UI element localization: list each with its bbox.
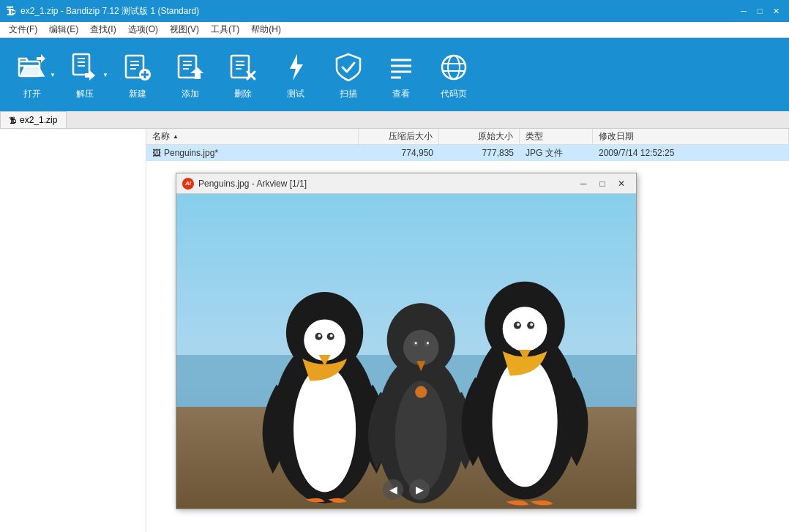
scan-button[interactable]: 扫描: [322, 42, 375, 108]
codepage-icon: [436, 50, 471, 85]
file-list-header: 名称 ▲ 压缩后大小 原始大小 类型 修改日期: [146, 129, 789, 145]
arkview-content: ◀ ▶: [176, 194, 636, 509]
app-icon: 🗜: [6, 5, 16, 17]
arkview-controls: ─ □ ✕: [575, 176, 630, 191]
delete-label: 删除: [234, 88, 252, 100]
svg-point-55: [530, 323, 533, 326]
add-label: 添加: [182, 88, 199, 100]
extract-dropdown-icon: ▼: [102, 72, 108, 78]
prev-arrow-button[interactable]: ◀: [383, 479, 403, 500]
scan-label: 扫描: [340, 88, 357, 100]
zip-icon: 🗜: [10, 116, 17, 124]
svg-point-47: [427, 342, 429, 344]
cell-type: JPG 文件: [520, 146, 593, 161]
col-date[interactable]: 修改日期: [593, 129, 789, 144]
menu-edit[interactable]: 编辑(E): [43, 22, 84, 37]
menu-find[interactable]: 查找(I): [84, 22, 121, 37]
title-controls: ─ □ ✕: [736, 4, 783, 18]
tab-area: 🗜 ex2_1.zip: [0, 111, 789, 129]
arkview-window: Ai Penguins.jpg - Arkview [1/1] ─ □ ✕: [176, 173, 637, 509]
svg-point-38: [330, 334, 333, 337]
open-dropdown-icon: ▼: [50, 72, 56, 78]
file-tab[interactable]: 🗜 ex2_1.zip: [0, 111, 67, 128]
next-arrow-button[interactable]: ▶: [409, 479, 430, 500]
jpg-icon: 🖼: [152, 148, 161, 158]
test-label: 测试: [287, 88, 304, 100]
svg-point-34: [304, 319, 345, 361]
arkview-minimize-button[interactable]: ─: [575, 176, 592, 191]
menu-view[interactable]: 视图(V): [164, 22, 205, 37]
add-icon: [173, 50, 208, 85]
new-icon: [120, 50, 155, 85]
cell-compressed: 774,950: [359, 146, 439, 160]
delete-button[interactable]: 删除: [217, 42, 269, 108]
menu-tools[interactable]: 工具(T): [205, 22, 245, 37]
title-bar: 🗜 ex2_1.zip - Bandizip 7.12 测试版 1 (Stand…: [0, 0, 789, 22]
delete-icon: [225, 50, 261, 85]
new-label: 新建: [129, 88, 146, 100]
view-icon: [384, 50, 419, 85]
title-text: ex2_1.zip - Bandizip 7.12 测试版 1 (Standar…: [20, 5, 199, 18]
menu-help[interactable]: 帮助(H): [245, 22, 287, 37]
sort-arrow-icon: ▲: [173, 133, 179, 140]
sidebar: [0, 129, 146, 532]
open-label: 打开: [23, 88, 41, 100]
menu-bar: 文件(F) 编辑(E) 查找(I) 选项(O) 视图(V) 工具(T) 帮助(H…: [0, 22, 789, 38]
arkview-titlebar: Ai Penguins.jpg - Arkview [1/1] ─ □ ✕: [176, 173, 636, 194]
menu-file[interactable]: 文件(F): [3, 22, 43, 37]
col-name[interactable]: 名称 ▲: [146, 129, 359, 144]
view-label: 查看: [392, 88, 410, 100]
table-row[interactable]: 🖼 Penguins.jpg* 774,950 777,835 JPG 文件 2…: [146, 145, 789, 161]
svg-rect-12: [179, 56, 196, 78]
view-button[interactable]: 查看: [375, 42, 427, 108]
cell-name: 🖼 Penguins.jpg*: [146, 146, 359, 160]
svg-point-25: [448, 56, 460, 79]
codepage-label: 代码页: [441, 88, 467, 100]
penguin-image: [176, 194, 636, 509]
arkview-close-button[interactable]: ✕: [613, 176, 630, 191]
svg-rect-1: [73, 54, 89, 75]
arkview-maximize-button[interactable]: □: [594, 176, 611, 191]
arkview-title: Penguins.jpg - Arkview [1/1]: [198, 179, 307, 189]
test-button[interactable]: 测试: [269, 42, 322, 108]
toolbar: 打开 ▼ 解压 ▼: [0, 38, 789, 111]
svg-point-53: [517, 323, 520, 326]
scan-icon: [331, 50, 366, 85]
maximize-button[interactable]: □: [752, 4, 767, 18]
open-icon: [15, 50, 50, 85]
close-button[interactable]: ✕: [769, 4, 783, 18]
svg-point-32: [293, 366, 356, 492]
nav-arrows: ◀ ▶: [383, 479, 430, 500]
extract-icon: [67, 50, 102, 85]
minimize-button[interactable]: ─: [736, 4, 751, 18]
arkview-icon: Ai: [182, 178, 194, 190]
svg-rect-16: [231, 56, 249, 78]
open-button[interactable]: 打开 ▼: [6, 42, 59, 108]
svg-point-24: [442, 56, 465, 79]
col-compressed[interactable]: 压缩后大小: [359, 129, 439, 144]
test-icon: [278, 50, 313, 85]
col-original[interactable]: 原始大小: [439, 129, 520, 144]
new-button[interactable]: 新建: [111, 42, 164, 108]
svg-point-45: [415, 342, 417, 344]
menu-options[interactable]: 选项(O): [122, 22, 164, 37]
file-tab-label: ex2_1.zip: [20, 115, 57, 125]
cell-original: 777,835: [439, 146, 520, 160]
col-type[interactable]: 类型: [520, 129, 593, 144]
svg-point-43: [415, 386, 427, 398]
add-button[interactable]: 添加: [164, 42, 217, 108]
cell-date: 2009/7/14 12:52:25: [593, 146, 789, 160]
svg-point-36: [318, 334, 321, 337]
svg-point-42: [403, 330, 439, 366]
svg-point-51: [503, 307, 547, 351]
extract-button[interactable]: 解压 ▼: [59, 42, 111, 108]
extract-label: 解压: [76, 88, 94, 100]
codepage-button[interactable]: 代码页: [427, 42, 480, 108]
svg-point-49: [492, 356, 557, 487]
